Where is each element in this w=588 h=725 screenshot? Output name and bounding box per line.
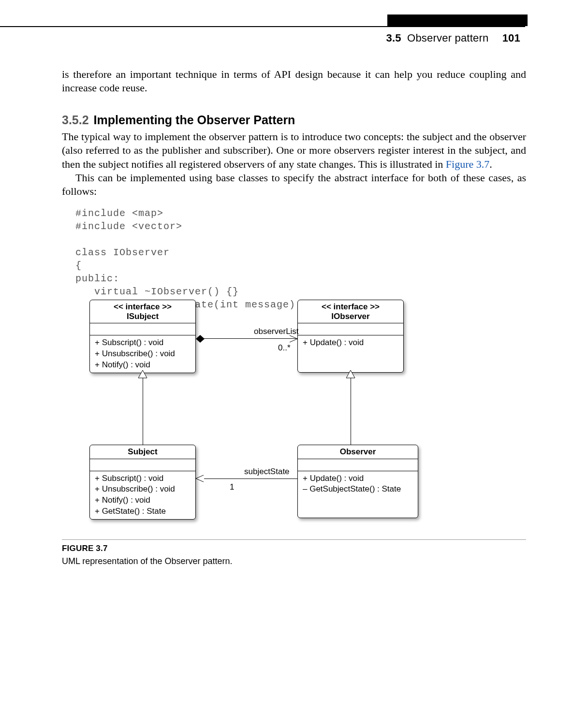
uml-op: + Update() : void <box>303 337 398 348</box>
uml-op: + Subscript() : void <box>95 337 191 348</box>
uml-triangle-open-icon <box>138 370 147 379</box>
uml-iobserver-ops: + Update() : void <box>298 335 403 372</box>
uml-op: + Notify() : void <box>95 495 191 506</box>
uml-class-observer: Observer + Update() : void – GetSubjectS… <box>297 445 418 518</box>
uml-assoc-bottom-mult: 1 <box>230 482 234 492</box>
uml-realization-right-line <box>351 378 351 445</box>
uml-iobserver-header: << interface >> IObserver <box>298 300 403 323</box>
svg-marker-2 <box>346 370 355 378</box>
paragraph-1: The typical way to implement the observe… <box>62 130 526 171</box>
uml-isubject-ops: + Subscript() : void + Unsubscribe() : v… <box>90 335 195 373</box>
subsection-number: 3.5.2 <box>62 113 89 127</box>
uml-arrowhead-open-icon <box>196 475 205 482</box>
body-column: is therefore an important technique in t… <box>62 68 526 311</box>
uml-class-subject: Subject + Subscript() : void + Unsubscri… <box>89 445 196 520</box>
uml-iobserver-name: IObserver <box>303 312 398 321</box>
figure-reference-link[interactable]: Figure 3.7 <box>446 158 489 170</box>
paragraph-1b: . <box>489 158 492 170</box>
running-head: 3.5 Observer pattern 101 <box>386 32 520 44</box>
uml-subject-attrs <box>90 459 195 471</box>
uml-op: + GetState() : State <box>95 506 191 517</box>
uml-isubject-stereotype: << interface >> <box>95 302 191 312</box>
uml-isubject-attrs <box>90 323 195 335</box>
uml-arrowhead-open-icon <box>290 335 298 342</box>
uml-assoc-top-mult: 0..* <box>278 343 291 353</box>
uml-observer-attrs <box>298 459 418 471</box>
figure-caption-block: FIGURE 3.7 UML representation of the Obs… <box>62 539 526 566</box>
uml-op: + Update() : void <box>303 473 413 484</box>
subsection-heading: 3.5.2Implementing the Observer Pattern <box>62 113 526 127</box>
uml-subject-name: Subject <box>95 447 191 457</box>
uml-op: – GetSubjectState() : State <box>303 484 413 495</box>
subsection-title: Implementing the Observer Pattern <box>94 113 295 127</box>
code-listing: #include <map> #include <vector> class I… <box>75 207 526 311</box>
uml-op: + Notify() : void <box>95 360 191 371</box>
uml-observer-ops: + Update() : void – GetSubjectState() : … <box>298 471 418 518</box>
uml-iobserver-stereotype: << interface >> <box>303 302 398 312</box>
figure-rule <box>62 539 526 540</box>
svg-marker-0 <box>196 335 205 343</box>
uml-isubject-header: << interface >> ISubject <box>90 300 195 323</box>
uml-op: + Unsubscribe() : void <box>95 484 191 495</box>
uml-observer-header: Observer <box>298 445 418 459</box>
uml-observer-name: Observer <box>303 447 413 457</box>
uml-diagram: << interface >> ISubject + Subscript() :… <box>89 300 438 532</box>
uml-assoc-top-role: observerList <box>254 327 299 336</box>
page-number: 101 <box>502 32 520 44</box>
section-number: 3.5 <box>386 32 401 44</box>
uml-subject-ops: + Subscript() : void + Unsubscribe() : v… <box>90 471 195 520</box>
uml-op: + Unsubscribe() : void <box>95 348 191 360</box>
uml-assoc-bottom-line <box>204 478 297 479</box>
uml-diamond-filled-icon <box>196 335 205 343</box>
uml-assoc-top-line <box>204 338 297 339</box>
uml-triangle-open-icon <box>346 370 355 379</box>
svg-marker-1 <box>138 370 147 378</box>
lead-paragraph: is therefore an important technique in t… <box>62 68 526 95</box>
uml-iobserver-attrs <box>298 323 403 335</box>
header-rule <box>0 26 525 27</box>
uml-subject-header: Subject <box>90 445 195 459</box>
paragraph-2: This can be implemented using base class… <box>62 171 526 198</box>
figure-label: FIGURE 3.7 <box>62 544 526 553</box>
uml-isubject-name: ISubject <box>95 312 191 321</box>
uml-assoc-bottom-role: subjectState <box>244 467 290 477</box>
figure-caption: UML representation of the Observer patte… <box>62 556 526 566</box>
uml-realization-left-line <box>143 378 143 445</box>
section-title: Observer pattern <box>407 32 488 44</box>
uml-class-isubject: << interface >> ISubject + Subscript() :… <box>89 300 196 373</box>
uml-class-iobserver: << interface >> IObserver + Update() : v… <box>297 300 404 373</box>
page: 3.5 Observer pattern 101 is therefore an… <box>0 0 588 725</box>
uml-op: + Subscript() : void <box>95 473 191 484</box>
page-thumb-tab <box>387 14 528 26</box>
